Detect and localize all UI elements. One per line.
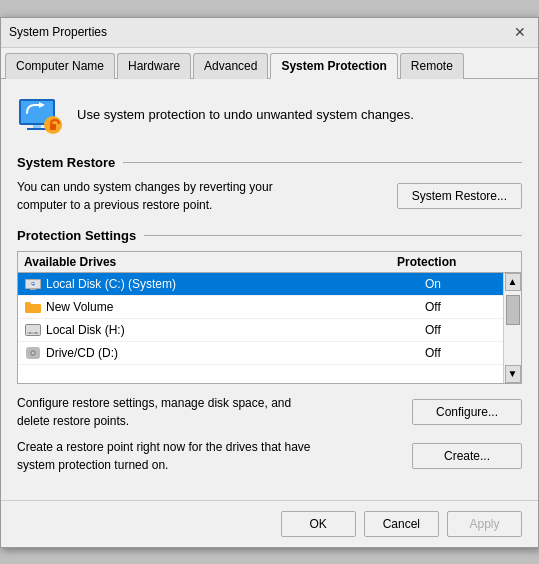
tab-computer-name[interactable]: Computer Name (5, 53, 115, 79)
restore-description: You can undo system changes by reverting… (17, 178, 297, 214)
scroll-down-button[interactable]: ▼ (505, 365, 521, 383)
svg-rect-9 (30, 288, 36, 290)
create-description: Create a restore point right now for the… (17, 438, 317, 474)
drive-name: Drive/CD (D:) (46, 346, 425, 360)
col-header-protection: Protection (397, 255, 497, 269)
tab-system-protection[interactable]: System Protection (270, 53, 397, 79)
drive-name: Local Disk (H:) (46, 323, 425, 337)
svg-rect-3 (27, 128, 47, 130)
drive-row[interactable]: New VolumeOff (18, 296, 521, 319)
svg-rect-6 (50, 124, 56, 130)
main-content: Use system protection to undo unwanted s… (1, 79, 538, 500)
svg-point-16 (35, 332, 37, 334)
tab-advanced[interactable]: Advanced (193, 53, 268, 79)
cancel-button[interactable]: Cancel (364, 511, 439, 537)
scrollbar[interactable]: ▲ ▼ (503, 273, 521, 383)
protection-settings-title: Protection Settings (17, 228, 522, 243)
drive-icon: C (24, 276, 42, 292)
apply-button[interactable]: Apply (447, 511, 522, 537)
drives-body[interactable]: CLocal Disk (C:) (System)OnNew VolumeOff… (18, 273, 521, 383)
drive-name: Local Disk (C:) (System) (46, 277, 425, 291)
system-restore-section: System Restore You can undo system chang… (17, 155, 522, 214)
shield-icon (17, 91, 65, 139)
drive-protection-status: Off (425, 300, 515, 314)
system-restore-button[interactable]: System Restore... (397, 183, 522, 209)
svg-point-19 (32, 352, 34, 354)
drives-table-wrapper: Available Drives Protection CLocal Disk … (17, 251, 522, 384)
svg-text:C: C (31, 282, 35, 288)
svg-point-15 (29, 332, 31, 334)
system-properties-window: System Properties ✕ Computer Name Hardwa… (0, 17, 539, 548)
drive-icon (24, 322, 42, 338)
create-button[interactable]: Create... (412, 443, 522, 469)
configure-button[interactable]: Configure... (412, 399, 522, 425)
protection-settings-section: Protection Settings Available Drives Pro… (17, 228, 522, 474)
header-description: Use system protection to undo unwanted s… (77, 107, 414, 122)
window-controls: ✕ (510, 25, 530, 40)
create-action-row: Create a restore point right now for the… (17, 438, 522, 474)
tabs-container: Computer Name Hardware Advanced System P… (1, 48, 538, 79)
restore-row: You can undo system changes by reverting… (17, 178, 522, 214)
drive-protection-status: Off (425, 323, 515, 337)
svg-rect-14 (27, 332, 39, 334)
tab-remote[interactable]: Remote (400, 53, 464, 79)
tab-hardware[interactable]: Hardware (117, 53, 191, 79)
drive-name: New Volume (46, 300, 425, 314)
configure-description: Configure restore settings, manage disk … (17, 394, 317, 430)
drives-table-header: Available Drives Protection (18, 252, 521, 273)
drive-row[interactable]: CLocal Disk (C:) (System)On (18, 273, 521, 296)
header-section: Use system protection to undo unwanted s… (17, 91, 522, 139)
bottom-bar: OK Cancel Apply (1, 500, 538, 547)
system-restore-title: System Restore (17, 155, 522, 170)
drive-icon (24, 299, 42, 315)
scrollbar-thumb[interactable] (506, 295, 520, 325)
drive-row[interactable]: Drive/CD (D:)Off (18, 342, 521, 365)
configure-action-row: Configure restore settings, manage disk … (17, 394, 522, 430)
drive-protection-status: Off (425, 346, 515, 360)
drive-icon (24, 345, 42, 361)
drive-row[interactable]: Local Disk (H:)Off (18, 319, 521, 342)
ok-button[interactable]: OK (281, 511, 356, 537)
scroll-up-button[interactable]: ▲ (505, 273, 521, 291)
window-title: System Properties (9, 25, 107, 39)
col-header-drives: Available Drives (24, 255, 397, 269)
close-button[interactable]: ✕ (510, 25, 530, 39)
drive-protection-status: On (425, 277, 515, 291)
title-bar: System Properties ✕ (1, 18, 538, 48)
